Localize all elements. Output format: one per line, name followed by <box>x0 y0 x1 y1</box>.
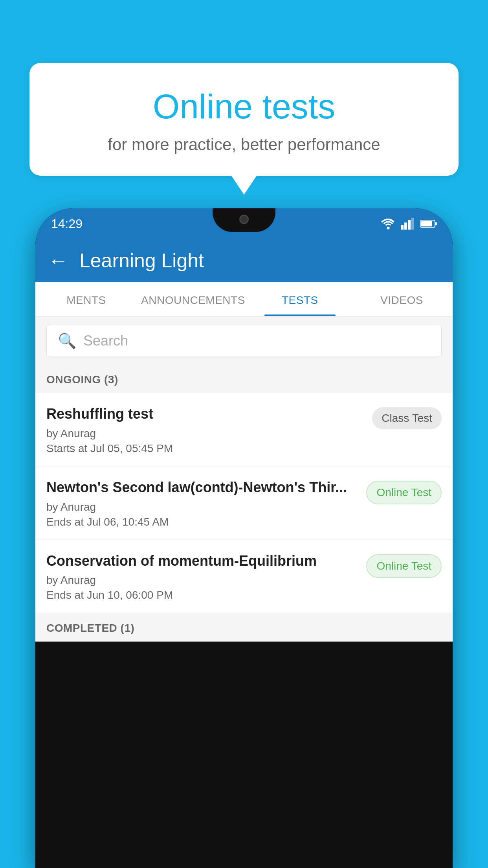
test-time-1: Starts at Jul 05, 05:45 PM <box>46 442 364 455</box>
test-time-3: Ends at Jun 10, 06:00 PM <box>46 589 358 601</box>
signal-icon <box>401 218 415 230</box>
svg-rect-4 <box>411 218 414 230</box>
test-item-3-left: Conservation of momentum-Equilibrium by … <box>46 552 366 602</box>
ongoing-section-header: ONGOING (3) <box>35 365 453 393</box>
camera <box>239 215 249 224</box>
tab-ments[interactable]: MENTS <box>35 282 137 316</box>
battery-icon <box>420 219 437 228</box>
app-title: Learning Light <box>79 249 204 272</box>
completed-section-header: COMPLETED (1) <box>35 613 453 642</box>
speech-bubble-subtitle: for more practice, better performance <box>49 135 439 154</box>
test-badge-1: Class Test <box>372 407 442 429</box>
test-item-2[interactable]: Newton's Second law(contd)-Newton's Thir… <box>35 467 453 539</box>
wifi-icon <box>381 218 395 230</box>
test-item-3[interactable]: Conservation of momentum-Equilibrium by … <box>35 540 453 613</box>
test-by-3: by Anurag <box>46 574 358 587</box>
svg-rect-2 <box>404 223 407 230</box>
speech-bubble: Online tests for more practice, better p… <box>29 63 459 176</box>
test-by-2: by Anurag <box>46 501 358 513</box>
test-badge-3: Online Test <box>366 554 442 578</box>
test-item-1[interactable]: Reshuffling test by Anurag Starts at Jul… <box>35 393 453 466</box>
status-time: 14:29 <box>51 217 83 231</box>
phone-frame: 14:29 <box>35 208 453 868</box>
tab-bar: MENTS ANNOUNCEMENTS TESTS VIDEOS <box>35 282 453 317</box>
test-name-2: Newton's Second law(contd)-Newton's Thir… <box>46 478 358 497</box>
test-name-3: Conservation of momentum-Equilibrium <box>46 552 358 570</box>
phone-notch <box>213 208 275 232</box>
status-bar: 14:29 <box>35 208 453 239</box>
search-bar[interactable]: 🔍 Search <box>46 325 442 357</box>
test-item-1-left: Reshuffling test by Anurag Starts at Jul… <box>46 405 372 455</box>
svg-rect-6 <box>421 221 432 226</box>
test-time-2: Ends at Jul 06, 10:45 AM <box>46 516 358 528</box>
test-item-2-left: Newton's Second law(contd)-Newton's Thir… <box>46 478 366 528</box>
svg-rect-1 <box>401 225 404 230</box>
svg-rect-7 <box>435 222 437 225</box>
back-button[interactable]: ← <box>48 249 68 272</box>
tab-tests[interactable]: TESTS <box>249 282 351 316</box>
tab-announcements[interactable]: ANNOUNCEMENTS <box>137 282 249 316</box>
tab-videos[interactable]: VIDEOS <box>351 282 453 316</box>
speech-bubble-title: Online tests <box>49 86 439 127</box>
test-by-1: by Anurag <box>46 427 364 440</box>
svg-point-0 <box>387 227 390 230</box>
content-area: ONGOING (3) Reshuffling test by Anurag S… <box>35 365 453 642</box>
test-name-1: Reshuffling test <box>46 405 364 423</box>
search-icon: 🔍 <box>58 332 76 349</box>
search-placeholder: Search <box>83 333 128 349</box>
app-bar: ← Learning Light <box>35 239 453 282</box>
status-icons <box>381 218 437 230</box>
svg-rect-3 <box>408 220 411 230</box>
test-badge-2: Online Test <box>366 481 442 504</box>
search-container: 🔍 Search <box>35 317 453 365</box>
